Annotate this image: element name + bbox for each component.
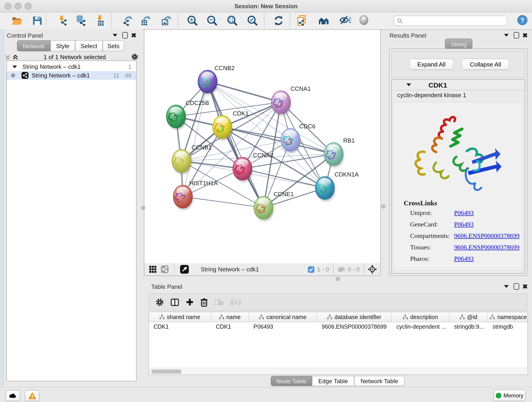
clone-network-icon[interactable] [296, 15, 308, 27]
column-header-id[interactable]: @id [450, 312, 488, 322]
collection-expander-icon[interactable] [12, 65, 17, 68]
table-panel-float-icon[interactable] [514, 283, 519, 290]
zoom-selected-icon[interactable] [247, 15, 259, 27]
control-panel-float-icon[interactable] [122, 32, 128, 38]
tab-string[interactable]: String [445, 38, 472, 50]
column-header-namespace[interactable]: namespace [488, 312, 528, 322]
tab-network[interactable]: Network [17, 40, 51, 51]
node-CCNA1[interactable] [271, 91, 291, 115]
inactive-orb-icon[interactable] [358, 15, 370, 27]
network-canvas[interactable]: CCNB2CCNA1CDC25BCDK1CDC6RB1CCNB1CCNA2CDK… [144, 29, 381, 264]
node-table: shared name name canonical name database… [148, 312, 528, 375]
share-view-icon[interactable] [161, 265, 169, 273]
hidden-eye-icon [337, 266, 346, 273]
table-row[interactable]: CDK1CDK1P064939606.ENSP00000378699cyclin… [149, 322, 527, 331]
search-field[interactable] [394, 16, 507, 26]
birdseye-view-icon[interactable] [180, 265, 189, 274]
import-network-file-icon[interactable] [57, 15, 69, 27]
node-CDK1[interactable] [213, 115, 232, 140]
edge-CCNB2-HIST1H1A[interactable] [183, 82, 208, 197]
expand-all-button[interactable]: Expand All [409, 59, 454, 70]
search-icon [397, 18, 403, 24]
refresh-icon[interactable] [273, 15, 285, 27]
node-CDC6[interactable] [281, 128, 301, 153]
open-session-icon[interactable] [11, 15, 23, 27]
selected-checkbox-icon[interactable] [308, 266, 314, 273]
node-HIST1H1A[interactable] [173, 185, 193, 210]
crosslink-link[interactable]: 9606.ENSP00000378699 [454, 232, 519, 240]
save-session-icon[interactable] [31, 15, 43, 27]
column-header-description[interactable]: description [392, 312, 450, 322]
results-panel: Results Panel ✖ String Expand All Collap… [383, 29, 532, 281]
warnings-button[interactable] [25, 390, 39, 401]
crosslink-link[interactable]: P06493 [454, 210, 474, 217]
node-CCNB1[interactable] [172, 149, 191, 174]
collapse-all-chevron-icon[interactable] [5, 54, 11, 60]
crosslink-link[interactable]: P06493 [454, 221, 474, 228]
column-header-sharedname[interactable]: shared name [149, 312, 211, 322]
network-view-title: String Network – cdk1 [201, 266, 259, 273]
results-panel-menu-icon[interactable] [504, 34, 509, 37]
zoom-fit-icon[interactable] [226, 15, 238, 27]
first-neighbors-icon[interactable] [318, 15, 330, 27]
grid-view-icon[interactable] [149, 265, 157, 273]
network-collection-row[interactable]: String Network – cdk1 1 [7, 62, 136, 71]
gene-expander-icon[interactable] [406, 83, 411, 86]
edge-CCNB2-CCNE1[interactable] [208, 82, 264, 208]
network-options-gear-icon[interactable] [131, 53, 138, 61]
node-CDC25B[interactable] [166, 105, 186, 130]
tab-network-table[interactable]: Network Table [354, 376, 405, 386]
gene-header[interactable]: CDK1 [392, 80, 525, 90]
gene-name: CDK1 [428, 81, 447, 89]
table-panel-close-icon[interactable]: ✖ [522, 284, 528, 289]
node-CDKN1A[interactable] [315, 177, 335, 201]
collapse-all-button[interactable]: Collapse All [462, 59, 510, 70]
cloud-status-button[interactable] [6, 390, 20, 401]
tab-style[interactable]: Style [51, 40, 75, 51]
bottom-splitter-handle[interactable] [336, 277, 340, 281]
left-splitter-handle[interactable] [141, 206, 145, 210]
results-panel-float-icon[interactable] [514, 32, 519, 38]
tab-sets[interactable]: Sets [103, 40, 124, 51]
hide-panel-icon[interactable] [339, 15, 351, 27]
edge-HIST1H1A-CCNE1[interactable] [183, 197, 264, 208]
column-header-name[interactable]: name [211, 312, 249, 322]
edge-CCNA2-CDKN1A[interactable] [242, 169, 325, 188]
table-panel-menu-icon[interactable] [504, 285, 509, 288]
control-panel-close-icon[interactable]: ✖ [131, 32, 136, 38]
scrollbar-thumb[interactable] [151, 370, 181, 374]
edge-CCNB2-CCNA1[interactable] [208, 82, 281, 102]
crosslinks-heading: CrossLinks [404, 199, 437, 207]
crosslink-link[interactable]: P06493 [454, 255, 474, 263]
network-row-selected[interactable]: String Network – cdk1 11 48 [7, 71, 136, 80]
memory-button[interactable]: Memory [494, 390, 526, 401]
fit-crosshair-icon[interactable] [367, 264, 377, 274]
tab-edge-table[interactable]: Edge Table [312, 376, 354, 386]
control-panel-menu-icon[interactable] [113, 34, 117, 37]
node-RB1[interactable] [324, 143, 344, 167]
zoom-out-icon[interactable] [206, 15, 218, 27]
tab-select[interactable]: Select [75, 40, 103, 51]
column-header-canonicalname[interactable]: canonical name [249, 312, 317, 322]
tab-node-table[interactable]: Node Table [271, 376, 312, 386]
add-column-icon[interactable] [186, 298, 194, 306]
export-image-icon[interactable] [160, 15, 172, 27]
search-input[interactable] [403, 17, 496, 24]
import-network-database-icon[interactable] [75, 15, 87, 27]
expand-all-chevron-icon[interactable] [12, 54, 18, 60]
column-header-databaseidentifier[interactable]: database identifier [317, 312, 392, 322]
node-CCNA2[interactable] [233, 157, 253, 182]
node-CCNE1[interactable] [254, 196, 273, 221]
results-panel-close-icon[interactable]: ✖ [522, 32, 528, 38]
network-graph[interactable]: CCNB2CCNA1CDC25BCDK1CDC6RB1CCNB1CCNA2CDK… [144, 30, 380, 264]
delete-column-icon[interactable] [200, 298, 208, 306]
node-CCNB2[interactable] [198, 70, 218, 95]
help-icon[interactable]: ? [517, 15, 529, 27]
crosslink-link[interactable]: 9606.ENSP00000378699 [454, 244, 519, 251]
export-network-icon[interactable] [122, 15, 134, 27]
export-table-icon[interactable] [140, 15, 152, 27]
show-columns-icon[interactable] [171, 298, 179, 306]
table-settings-gear-icon[interactable] [155, 298, 164, 306]
zoom-in-icon[interactable] [186, 15, 198, 27]
import-table-icon[interactable] [94, 15, 106, 27]
